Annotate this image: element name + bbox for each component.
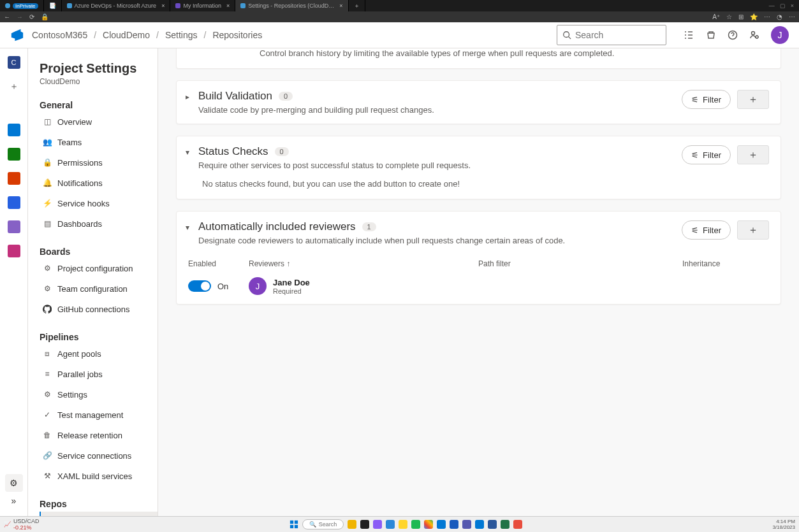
maximize-icon[interactable]: ▢ — [780, 3, 786, 9]
close-icon[interactable]: × — [226, 3, 230, 9]
search-input[interactable] — [575, 30, 661, 40]
tab-personal-icon[interactable]: 📑 — [44, 0, 62, 11]
col-inheritance[interactable]: Inheritance — [682, 259, 769, 268]
taskbar-chrome-icon[interactable] — [424, 520, 433, 529]
taskbar-date[interactable]: 3/18/2023 — [772, 524, 795, 530]
favorite-add-icon[interactable]: ⭐ — [750, 13, 758, 20]
parallel-icon: ≡ — [42, 369, 52, 379]
rail-boards-icon[interactable] — [5, 145, 23, 163]
rail-overview-icon[interactable] — [5, 121, 23, 139]
read-aloud-icon[interactable]: A⁺ — [712, 13, 720, 20]
breadcrumb-org[interactable]: ContosoM365 — [32, 30, 87, 40]
inprivate-indicator: InPrivate — [0, 0, 44, 11]
lock-icon[interactable]: 🔒 — [41, 13, 48, 20]
nav-item-dashboards[interactable]: ▤Dashboards — [40, 215, 158, 233]
nav-item-notifications[interactable]: 🔔Notifications — [40, 174, 158, 192]
browser-tab-1[interactable]: My Information× — [170, 0, 235, 11]
taskbar-word-icon[interactable] — [488, 520, 497, 529]
nav-item-overview[interactable]: ◫Overview — [40, 113, 158, 131]
nav-item-service-hooks[interactable]: ⚡Service hooks — [40, 194, 158, 212]
close-icon[interactable]: × — [161, 3, 165, 9]
browser-tab-0[interactable]: Azure DevOps - Microsoft Azure× — [62, 0, 171, 11]
nav-item-parallel-jobs[interactable]: ≡Parallel jobs — [40, 365, 158, 383]
browser-tab-2[interactable]: Settings - Repositories (CloudD…× — [235, 0, 348, 11]
collections-icon[interactable]: ⊞ — [738, 13, 744, 20]
help-icon[interactable] — [728, 30, 738, 40]
col-enabled[interactable]: Enabled — [188, 259, 249, 268]
rail-testplans-icon[interactable] — [5, 218, 23, 236]
close-window-icon[interactable]: × — [791, 3, 794, 9]
taskbar-search[interactable]: 🔍 Search — [302, 519, 344, 529]
reviewer-row[interactable]: On J Jane Doe Required — [177, 273, 781, 304]
back-icon[interactable]: ← — [4, 13, 10, 20]
rail-artifacts-icon[interactable] — [5, 242, 23, 260]
refresh-icon[interactable]: ⟳ — [29, 13, 34, 20]
start-icon[interactable] — [290, 520, 298, 529]
filter-button[interactable]: ⚟Filter — [682, 220, 731, 240]
add-button[interactable]: ＋ — [737, 90, 769, 109]
nav-item-agent-pools[interactable]: ⧈Agent pools — [40, 345, 158, 363]
filter-button[interactable]: ⚟Filter — [682, 90, 731, 109]
add-button[interactable]: ＋ — [737, 220, 769, 240]
profile-icon[interactable]: ◔ — [777, 13, 782, 20]
left-rail: C ＋ ⚙ » — [0, 48, 28, 516]
nav-item-test-mgmt[interactable]: ✓Test management — [40, 406, 158, 424]
new-tab-button[interactable]: ＋ — [349, 0, 365, 11]
breadcrumb-repositories[interactable]: Repositories — [212, 30, 262, 40]
policies-content[interactable]: Control branch history by limiting the a… — [158, 48, 799, 516]
taskbar-app-icon[interactable] — [373, 520, 382, 529]
taskbar-app-icon[interactable] — [450, 520, 458, 529]
chevron-right-icon[interactable]: ▸ — [186, 90, 198, 101]
nav-item-team-config[interactable]: ⚙Team configuration — [40, 280, 158, 298]
nav-item-service-conn[interactable]: 🔗Service connections — [40, 447, 158, 464]
rail-pipelines-icon[interactable] — [5, 194, 23, 212]
work-items-icon[interactable] — [683, 29, 694, 41]
breadcrumb-settings[interactable]: Settings — [165, 30, 198, 40]
extensions-icon[interactable]: ⋯ — [764, 13, 770, 20]
taskbar-app-icon[interactable] — [399, 520, 407, 529]
user-avatar[interactable]: J — [771, 26, 789, 44]
taskbar-app-icon[interactable] — [411, 520, 420, 529]
close-icon[interactable]: × — [339, 3, 342, 9]
nav-item-pipe-settings[interactable]: ⚙Settings — [40, 385, 158, 403]
rail-project-icon[interactable]: C — [5, 54, 23, 71]
add-button[interactable]: ＋ — [737, 145, 769, 164]
rail-repos-icon[interactable] — [5, 169, 23, 187]
favorites-icon[interactable]: ☆ — [726, 13, 732, 20]
search-icon — [562, 31, 571, 40]
marketplace-icon[interactable] — [706, 30, 716, 40]
nav-item-release-retention[interactable]: 🗑Release retention — [40, 426, 158, 444]
taskbar-app-icon[interactable] — [437, 520, 446, 529]
col-reviewers[interactable]: Reviewers ↑ — [249, 259, 478, 268]
minimize-icon[interactable]: — — [769, 3, 775, 9]
search-box[interactable] — [557, 25, 666, 45]
taskbar-app-icon[interactable] — [513, 520, 522, 529]
taskbar-time[interactable]: 4:14 PM — [776, 519, 795, 524]
taskbar-excel-icon[interactable] — [501, 520, 509, 529]
user-settings-icon[interactable] — [749, 30, 759, 40]
chevron-down-icon[interactable]: ▾ — [186, 145, 198, 157]
nav-item-permissions[interactable]: 🔒Permissions — [40, 154, 158, 171]
enabled-toggle[interactable] — [188, 280, 211, 292]
col-path-filter[interactable]: Path filter — [478, 259, 682, 268]
status-checks-title: Status Checks — [198, 145, 268, 158]
rail-collapse-icon[interactable]: » — [5, 492, 23, 510]
chevron-down-icon[interactable]: ▾ — [186, 220, 198, 232]
nav-item-teams[interactable]: 👥Teams — [40, 133, 158, 151]
taskbar-app-icon[interactable] — [348, 520, 356, 529]
nav-item-github[interactable]: GitHub connections — [40, 300, 158, 318]
nav-item-xaml[interactable]: ⚒XAML build services — [40, 467, 158, 485]
taskbar-app-icon[interactable] — [386, 520, 395, 529]
rail-add-icon[interactable]: ＋ — [5, 78, 23, 96]
breadcrumb-project[interactable]: CloudDemo — [103, 30, 150, 40]
taskbar-teams-icon[interactable] — [462, 520, 471, 529]
stock-widget-icon[interactable]: 📈 — [4, 521, 11, 528]
azure-devops-logo-icon[interactable] — [10, 28, 24, 42]
browser-titlebar: InPrivate 📑 Azure DevOps - Microsoft Azu… — [0, 0, 799, 11]
menu-icon[interactable]: ⋯ — [789, 13, 795, 20]
filter-button[interactable]: ⚟Filter — [682, 145, 731, 164]
taskbar-app-icon[interactable] — [475, 520, 484, 529]
rail-settings-icon[interactable]: ⚙ — [5, 474, 23, 492]
nav-item-project-config[interactable]: ⚙Project configuration — [40, 259, 158, 277]
taskbar-app-icon[interactable] — [360, 520, 369, 529]
